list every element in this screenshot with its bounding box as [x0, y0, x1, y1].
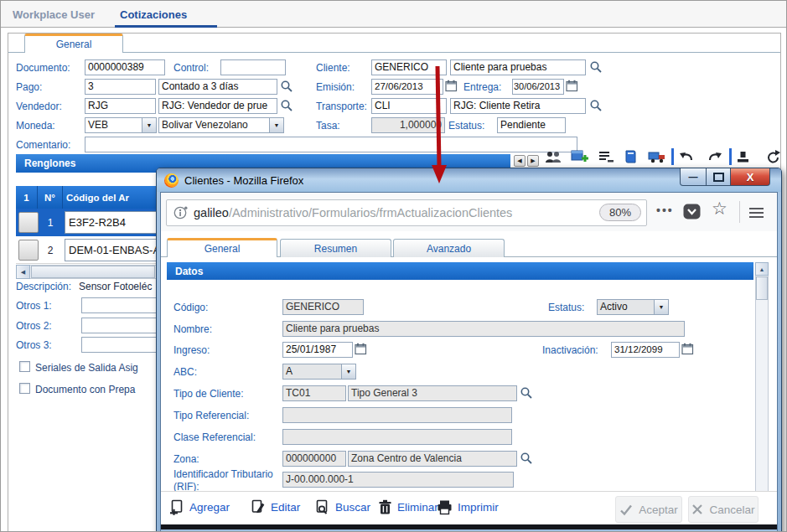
editar-button[interactable]: Editar: [251, 499, 300, 515]
page-actions-icon[interactable]: •••: [656, 204, 674, 217]
x-icon: [691, 504, 703, 515]
tab-workplace-user[interactable]: Workplace User: [13, 8, 95, 21]
comentario-label: Comentario:: [16, 139, 70, 151]
moneda-name-dropdown-icon[interactable]: ▼: [269, 118, 283, 132]
pocket-icon[interactable]: [683, 204, 701, 222]
redo-icon[interactable]: [707, 149, 723, 167]
moneda-label: Moneda:: [16, 120, 55, 132]
column-header-selector[interactable]: 1: [16, 186, 38, 209]
window-titlebar[interactable]: Clientes - Mozilla Firefox — X: [157, 168, 781, 192]
site-info-icon[interactable]: [173, 205, 189, 220]
row-selector-button[interactable]: [18, 212, 39, 233]
list-remove-icon[interactable]: [598, 149, 614, 167]
pago-search-icon[interactable]: [280, 80, 293, 96]
minimize-button[interactable]: —: [680, 168, 707, 186]
aceptar-button[interactable]: Aceptar: [615, 496, 682, 523]
tab-cotizaciones[interactable]: Cotizaciones: [120, 8, 187, 21]
imprimir-button[interactable]: Imprimir: [437, 499, 499, 515]
transporte-code-field[interactable]: CLI: [371, 98, 447, 114]
tipo-cliente-search-icon[interactable]: [520, 386, 533, 402]
ingreso-label: Ingreso:: [173, 344, 210, 356]
popup-tab-resumen[interactable]: Resumen: [280, 239, 391, 257]
maximize-icon: [713, 173, 724, 182]
moneda-code-dropdown-icon[interactable]: ▼: [142, 118, 156, 132]
column-header-numero[interactable]: N°: [38, 186, 63, 209]
users-icon[interactable]: [544, 149, 562, 167]
emision-calendar-icon[interactable]: [445, 80, 458, 95]
vendedor-search-icon[interactable]: [280, 99, 293, 115]
inactivacion-field[interactable]: 31/12/2099: [611, 342, 680, 358]
vscroll-up-arrow[interactable]: ▲: [755, 262, 769, 276]
control-field[interactable]: [220, 59, 286, 75]
pago-name-field[interactable]: Contado a 3 días: [158, 79, 277, 95]
moneda-code-value: VEB: [85, 118, 142, 132]
tasa-label: Tasa:: [316, 120, 340, 132]
seriales-checkbox-label: Seriales de Salida Asig: [35, 362, 138, 374]
printer-icon: [437, 499, 453, 515]
estatus-field[interactable]: Pendiente: [497, 117, 566, 133]
ingreso-calendar-icon[interactable]: [355, 343, 367, 358]
tab-general-main[interactable]: General: [24, 34, 123, 53]
add-record-icon[interactable]: [571, 149, 589, 167]
tipo-referencial-label: Tipo Referencial:: [173, 410, 249, 421]
estatus-cliente-label: Estatus:: [548, 302, 584, 313]
minimize-icon: —: [689, 172, 698, 182]
row-number: 1: [38, 209, 63, 236]
emision-field[interactable]: 27/06/2013: [371, 79, 443, 95]
vendedor-code-field[interactable]: RJG: [85, 98, 156, 114]
vscroll-thumb[interactable]: [756, 276, 768, 300]
cliente-name-field[interactable]: Cliente para pruebas: [450, 59, 586, 75]
zona-search-icon[interactable]: [520, 452, 533, 467]
catalog-book-icon[interactable]: [623, 149, 639, 167]
url-host: galileo: [194, 206, 229, 220]
menu-icon[interactable]: [749, 205, 764, 220]
rif-label: Identificador Tributario (RIF):: [173, 468, 278, 493]
inactivacion-calendar-icon[interactable]: [681, 343, 694, 358]
bookmark-star-icon[interactable]: ☆: [712, 199, 727, 219]
agregar-button[interactable]: Agregar: [169, 499, 230, 515]
window-title: Clientes - Mozilla Firefox: [184, 174, 303, 187]
row-selector-button[interactable]: [18, 240, 39, 261]
truck-icon[interactable]: [648, 149, 668, 167]
entrega-field[interactable]: 30/06/2013: [512, 79, 564, 95]
popup-tab-general[interactable]: General: [167, 238, 277, 257]
close-button[interactable]: X: [731, 168, 770, 186]
zoom-level-badge[interactable]: 80%: [599, 204, 641, 221]
abc-value: A: [283, 364, 341, 379]
grid-next-button[interactable]: ▶: [527, 155, 539, 167]
eliminar-button[interactable]: Eliminar: [378, 499, 438, 515]
maximize-button[interactable]: [707, 168, 731, 186]
grid-prev-button[interactable]: ◀: [514, 155, 526, 167]
entrega-calendar-icon[interactable]: [566, 80, 578, 95]
ingreso-field[interactable]: 25/01/1987: [282, 342, 353, 358]
transporte-name-field[interactable]: RJG: Cliente Retira: [450, 98, 586, 114]
hscroll-thumb[interactable]: [31, 266, 155, 278]
refresh-icon[interactable]: [765, 149, 782, 167]
firefox-navbar: galileo/Administrativo/Formularios/frmAc…: [161, 193, 777, 232]
estatus-cliente-select: Activo ▼: [597, 299, 669, 315]
cancelar-button[interactable]: Cancelar: [688, 496, 759, 523]
trash-icon: [378, 499, 392, 515]
transporte-search-icon[interactable]: [589, 99, 603, 115]
popup-tab-avanzado[interactable]: Avanzado: [393, 239, 505, 257]
url-text[interactable]: galileo/Administrativo/Formularios/frmAc…: [194, 206, 646, 220]
otros3-label: Otros 3:: [16, 339, 52, 351]
url-bar[interactable]: galileo/Administrativo/Formularios/frmAc…: [166, 199, 647, 226]
transporte-label: Transporte:: [316, 101, 367, 112]
browser-chrome: galileo/Administrativo/Formularios/frmAc…: [160, 192, 778, 532]
undo-icon[interactable]: [678, 149, 695, 167]
comentario-field[interactable]: [85, 137, 577, 152]
pago-code-field[interactable]: 3: [85, 79, 156, 95]
prepago-checkbox[interactable]: [19, 383, 30, 394]
moneda-code-select[interactable]: VEB ▼: [85, 117, 157, 133]
hscroll-left-arrow[interactable]: ◀: [16, 265, 30, 279]
moneda-name-select[interactable]: Bolivar Venezolano ▼: [158, 117, 284, 133]
documento-field[interactable]: 0000000389: [85, 59, 165, 75]
seriales-checkbox[interactable]: [19, 361, 30, 372]
row-number: 2: [38, 236, 63, 264]
buscar-button[interactable]: Buscar: [315, 499, 370, 515]
cliente-code-field[interactable]: GENERICO: [371, 59, 447, 75]
cliente-search-icon[interactable]: [589, 60, 603, 76]
vendedor-name-field[interactable]: RJG: Vendedor de prue: [158, 98, 277, 114]
stamp-icon[interactable]: [736, 149, 751, 167]
